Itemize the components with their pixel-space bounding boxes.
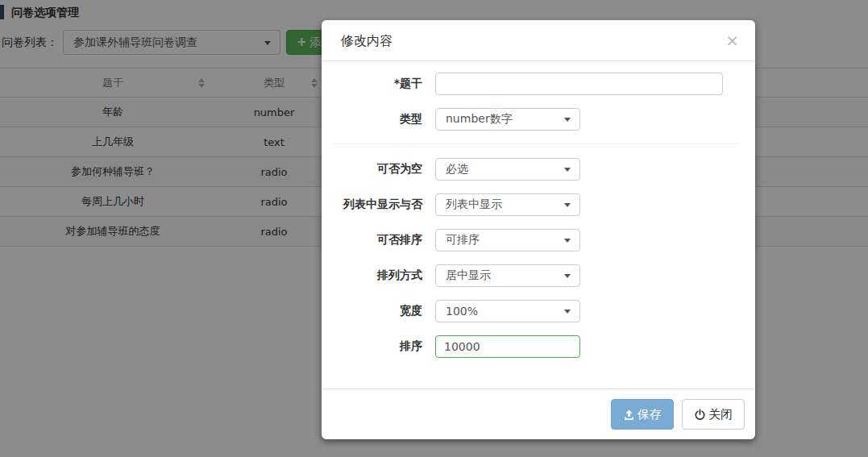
edit-dialog: 修改内容 × *题干 类型 number数字 可否为空 必选 列表中显示与否 bbox=[322, 20, 755, 439]
modal-footer: 保存 关闭 bbox=[322, 388, 755, 439]
chevron-down-icon bbox=[564, 274, 571, 278]
save-button[interactable]: 保存 bbox=[611, 399, 674, 430]
field-width: 宽度 100% bbox=[334, 300, 739, 322]
show-in-list-select-value: 列表中显示 bbox=[446, 197, 502, 212]
nullable-select[interactable]: 必选 bbox=[435, 158, 580, 181]
chevron-down-icon bbox=[564, 118, 571, 122]
save-button-label: 保存 bbox=[638, 407, 662, 422]
show-in-list-label: 列表中显示与否 bbox=[334, 197, 422, 212]
question-input[interactable] bbox=[435, 73, 723, 95]
field-align: 排列方式 居中显示 bbox=[334, 264, 739, 287]
align-select-value: 居中显示 bbox=[446, 268, 491, 283]
modal-body: *题干 类型 number数字 可否为空 必选 列表中显示与否 列表中显示 bbox=[322, 61, 755, 388]
sortable-select-value: 可排序 bbox=[446, 233, 480, 247]
type-select-value: number数字 bbox=[446, 112, 513, 127]
close-button-label: 关闭 bbox=[708, 407, 733, 422]
width-label: 宽度 bbox=[334, 304, 422, 318]
show-in-list-select[interactable]: 列表中显示 bbox=[435, 193, 580, 216]
field-nullable: 可否为空 必选 bbox=[334, 158, 739, 181]
chevron-down-icon bbox=[564, 203, 571, 207]
field-type: 类型 number数字 bbox=[334, 108, 739, 131]
sortable-label: 可否排序 bbox=[334, 233, 422, 247]
field-show-in-list: 列表中显示与否 列表中显示 bbox=[334, 193, 739, 216]
power-icon bbox=[694, 409, 706, 421]
width-select[interactable]: 100% bbox=[435, 300, 580, 322]
modal-title: 修改内容 bbox=[341, 32, 392, 50]
divider bbox=[334, 143, 739, 144]
sortable-select[interactable]: 可排序 bbox=[435, 229, 580, 251]
close-icon[interactable]: × bbox=[725, 32, 739, 48]
field-sortable: 可否排序 可排序 bbox=[334, 229, 739, 251]
chevron-down-icon bbox=[564, 168, 571, 172]
chevron-down-icon bbox=[564, 310, 571, 314]
chevron-down-icon bbox=[564, 239, 571, 243]
order-label: 排序 bbox=[334, 339, 422, 354]
nullable-select-value: 必选 bbox=[446, 162, 468, 177]
modal-header: 修改内容 × bbox=[322, 20, 755, 61]
align-label: 排列方式 bbox=[334, 268, 422, 283]
upload-icon bbox=[623, 409, 635, 421]
type-label: 类型 bbox=[334, 112, 422, 127]
order-input[interactable] bbox=[435, 335, 580, 358]
question-label: *题干 bbox=[334, 77, 422, 91]
field-question: *题干 bbox=[334, 73, 739, 95]
close-button[interactable]: 关闭 bbox=[682, 399, 745, 430]
align-select[interactable]: 居中显示 bbox=[435, 264, 580, 287]
field-order: 排序 bbox=[334, 335, 739, 358]
type-select[interactable]: number数字 bbox=[435, 108, 580, 131]
width-select-value: 100% bbox=[446, 305, 478, 318]
nullable-label: 可否为空 bbox=[334, 162, 422, 177]
